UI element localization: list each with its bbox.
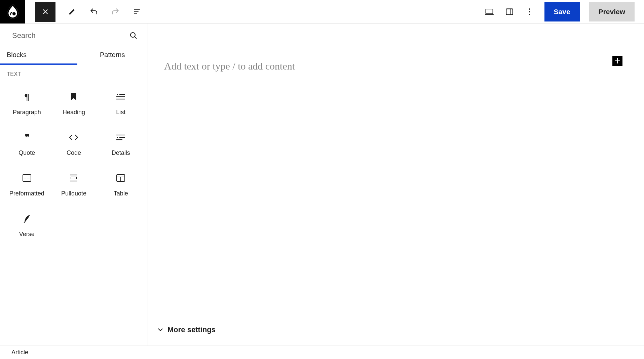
svg-rect-1 — [486, 9, 493, 13]
block-label: Quote — [18, 149, 35, 156]
list-icon — [116, 92, 125, 101]
block-label: Details — [112, 149, 130, 156]
feather-icon — [22, 214, 32, 223]
block-label: Preformatted — [9, 190, 44, 197]
bookmark-icon — [69, 92, 78, 101]
more-options-icon[interactable] — [524, 6, 535, 17]
editor-canvas[interactable]: Add text or type / to add content More s… — [148, 24, 644, 346]
edit-icon[interactable] — [68, 7, 77, 16]
table-icon — [116, 173, 125, 183]
block-paragraph[interactable]: ¶ Paragraph — [3, 90, 50, 118]
more-settings-label: More settings — [167, 325, 216, 334]
chevron-down-icon — [157, 326, 164, 333]
tab-patterns[interactable]: Patterns — [77, 46, 148, 65]
block-heading[interactable]: Heading — [50, 90, 98, 118]
add-block-button[interactable] — [612, 56, 622, 66]
block-details[interactable]: Details — [97, 131, 144, 159]
tab-blocks[interactable]: Blocks — [0, 46, 77, 65]
svg-point-9 — [117, 94, 118, 95]
svg-rect-2 — [506, 9, 513, 14]
block-label: Heading — [63, 109, 85, 116]
search-icon[interactable] — [129, 31, 138, 40]
block-table[interactable]: Table — [97, 171, 144, 199]
redo-icon — [111, 7, 120, 16]
preformatted-icon — [22, 173, 32, 183]
search-input[interactable] — [12, 31, 129, 40]
device-preview-icon[interactable] — [484, 6, 495, 17]
svg-rect-21 — [71, 177, 76, 179]
block-label: Table — [114, 190, 128, 197]
quote-icon: ❞ — [22, 133, 32, 142]
block-list[interactable]: List — [97, 90, 144, 118]
svg-point-5 — [529, 11, 530, 12]
pullquote-icon — [69, 173, 78, 183]
save-button[interactable]: Save — [544, 2, 580, 21]
svg-line-8 — [135, 37, 137, 39]
more-settings-toggle[interactable]: More settings — [154, 318, 638, 342]
svg-rect-17 — [23, 175, 31, 181]
block-label: Pullquote — [61, 190, 86, 197]
block-label: List — [116, 109, 125, 116]
preview-button[interactable]: Preview — [589, 2, 635, 21]
block-code[interactable]: Code — [50, 131, 98, 159]
svg-marker-14 — [116, 137, 118, 138]
undo-icon[interactable] — [89, 7, 99, 16]
close-inserter-button[interactable] — [35, 2, 55, 22]
sidebar-toggle-icon[interactable] — [504, 6, 515, 17]
content-placeholder[interactable]: Add text or type / to add content — [164, 60, 628, 72]
block-label: Paragraph — [13, 109, 41, 116]
top-toolbar: Save Preview — [0, 0, 644, 24]
inserter-scroll[interactable]: TEXT ¶ Paragraph Heading — [0, 65, 148, 346]
drupal-logo[interactable] — [0, 0, 25, 24]
footer-breadcrumb[interactable]: Article — [0, 346, 644, 359]
outline-icon[interactable] — [132, 7, 142, 16]
details-icon — [116, 133, 125, 142]
svg-point-4 — [529, 8, 530, 10]
block-verse[interactable]: Verse — [3, 212, 50, 240]
block-label: Code — [67, 149, 81, 156]
code-icon — [69, 133, 78, 142]
svg-point-7 — [130, 33, 135, 37]
pilcrow-icon: ¶ — [22, 92, 32, 101]
svg-point-6 — [529, 14, 530, 15]
breadcrumb-label: Article — [11, 349, 28, 356]
block-inserter-panel: Blocks Patterns TEXT ¶ Paragraph Heading — [0, 24, 148, 346]
block-preformatted[interactable]: Preformatted — [3, 171, 50, 199]
block-label: Verse — [19, 231, 35, 238]
block-quote[interactable]: ❞ Quote — [3, 131, 50, 159]
block-pullquote[interactable]: Pullquote — [50, 171, 98, 199]
section-label-text: TEXT — [0, 65, 148, 81]
svg-point-0 — [12, 12, 15, 15]
